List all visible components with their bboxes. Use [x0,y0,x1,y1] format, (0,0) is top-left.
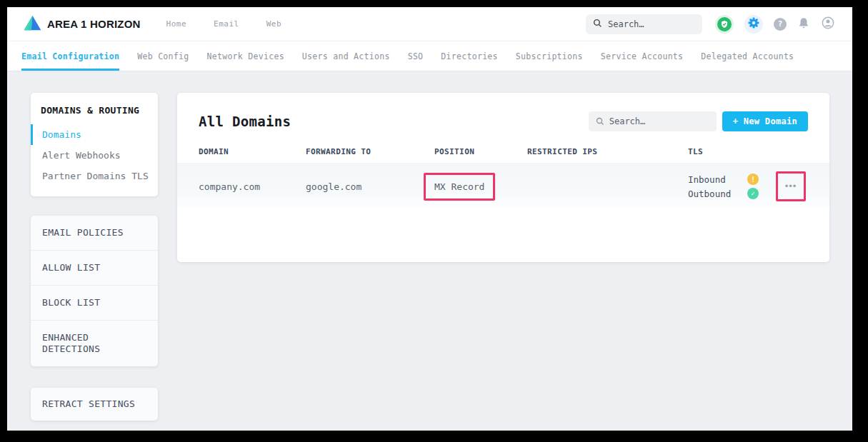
policy-sections-card: EMAIL POLICIES ALLOW LIST BLOCK LIST ENH… [31,216,158,366]
area1-triangle-icon [23,14,42,34]
notifications-bell-icon[interactable] [797,16,810,32]
tab-delegated-accounts[interactable]: Delegated Accounts [701,41,794,71]
domains-search-input[interactable] [609,116,709,126]
sidebar-item-domains[interactable]: Domains [31,124,158,145]
col-restricted-ips: RESTRICTED IPS [527,147,688,156]
tls-outbound-label: Outbound [688,189,747,199]
tab-email-configuration[interactable]: Email Configuration [21,41,119,71]
all-domains-card: All Domains + New Domain DOMAIN FORWARDI… [177,93,829,262]
sidebar-item-alert-webhooks[interactable]: Alert Webhooks [31,145,158,166]
sidebar: DOMAINS & ROUTING Domains Alert Webhooks… [31,93,158,421]
tab-web-config[interactable]: Web Config [137,41,189,71]
annotation-highlight-row-menu: ••• [776,171,806,201]
settings-button[interactable] [744,15,763,34]
gear-icon [747,16,760,32]
cell-forwarding-to: google.com [306,181,434,192]
sidebar-item-enhanced-detections[interactable]: ENHANCED DETECTIONS [31,321,158,366]
tab-subscriptions[interactable]: Subscriptions [516,41,583,71]
logo-text: AREA 1 HORIZON [47,18,141,30]
top-bar: AREA 1 HORIZON Home Email Web [7,7,852,41]
tab-sso[interactable]: SSO [408,41,424,71]
sidebar-item-partner-domains-tls[interactable]: Partner Domains TLS [31,166,158,186]
col-tls: TLS [688,147,808,156]
cell-tls: Inbound ! Outbound ✓ ••• [688,171,808,201]
config-tab-bar: Email Configuration Web Config Network D… [7,41,852,71]
cell-position: MX Record [434,173,527,201]
tab-network-devices[interactable]: Network Devices [207,41,284,71]
tls-inbound-label: Inbound [688,174,747,185]
tls-outbound-line: Outbound ✓ [688,188,759,199]
tls-status-lines: Inbound ! Outbound ✓ [688,174,759,199]
sidebar-item-allow-list[interactable]: ALLOW LIST [31,251,158,286]
tls-inbound-line: Inbound ! [688,174,759,185]
top-nav-home[interactable]: Home [166,19,187,29]
search-icon [593,17,602,31]
tab-service-accounts[interactable]: Service Accounts [601,41,684,71]
retract-settings-card: RETRACT SETTINGS [31,388,158,421]
content-area: DOMAINS & ROUTING Domains Alert Webhooks… [7,71,852,421]
top-nav: Home Email Web [166,19,282,29]
sidebar-item-retract-settings[interactable]: RETRACT SETTINGS [31,388,158,421]
row-menu-ellipsis-button[interactable]: ••• [782,181,800,191]
domains-routing-title: DOMAINS & ROUTING [31,105,158,124]
col-forwarding-to: FORWARDING TO [306,147,434,156]
shield-check-icon [717,17,732,31]
top-nav-email[interactable]: Email [214,19,239,29]
tab-directories[interactable]: Directories [441,41,497,71]
user-account-icon[interactable] [821,16,835,33]
protection-status-button[interactable] [715,15,734,34]
table-header: DOMAIN FORWARDING TO POSITION RESTRICTED… [177,147,829,163]
page-title: All Domains [199,114,291,129]
new-domain-button[interactable]: + New Domain [722,111,808,131]
annotation-highlight-position: MX Record [424,173,495,201]
top-nav-web[interactable]: Web [266,19,281,29]
col-domain: DOMAIN [199,147,306,156]
cell-domain: company.com [199,181,306,192]
warning-icon: ! [747,174,759,185]
app-window: AREA 1 HORIZON Home Email Web [7,7,852,431]
all-domains-header: All Domains + New Domain [177,93,829,131]
help-icon[interactable]: ? [774,18,787,31]
sidebar-item-block-list[interactable]: BLOCK LIST [31,286,158,321]
domains-routing-card: DOMAINS & ROUTING Domains Alert Webhooks… [31,93,158,196]
tab-users-and-actions[interactable]: Users and Actions [302,41,390,71]
col-position: POSITION [434,147,527,156]
check-icon: ✓ [747,188,759,199]
logo[interactable]: AREA 1 HORIZON [23,14,141,34]
domains-search[interactable] [589,111,717,131]
global-search-input[interactable] [608,19,695,29]
table-row: company.com google.com MX Record Inbound… [177,163,829,210]
top-icon-cluster: ? [715,15,835,34]
search-icon [596,115,604,129]
sidebar-item-email-policies[interactable]: EMAIL POLICIES [31,216,158,251]
global-search[interactable] [586,14,702,34]
header-actions: + New Domain [589,111,808,131]
